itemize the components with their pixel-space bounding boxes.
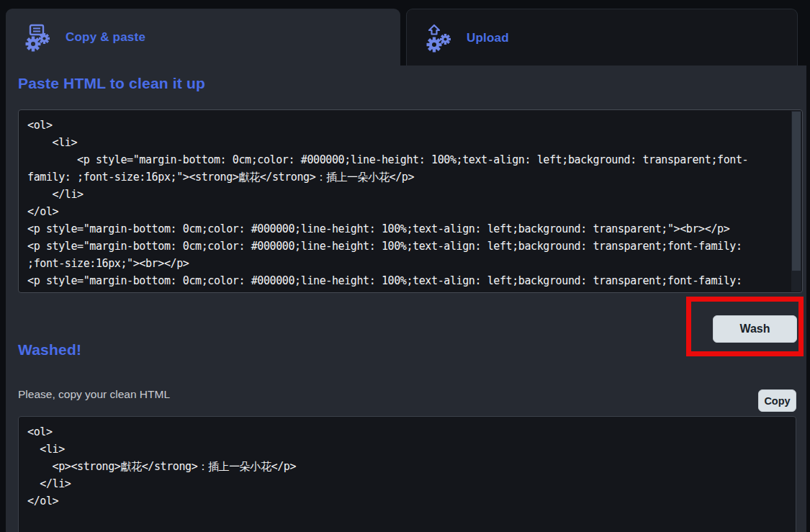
- tab-copy-paste[interactable]: Copy & paste: [6, 9, 400, 66]
- clean-html-code: <ol> <li> <p><strong>獻花</strong>：插上一朵小花<…: [19, 417, 796, 516]
- copy-button[interactable]: Copy: [758, 389, 796, 412]
- clean-html-output-textarea[interactable]: <ol> <li> <p><strong>獻花</strong>：插上一朵小花<…: [18, 416, 796, 532]
- input-textarea-scrollbar[interactable]: [791, 111, 801, 292]
- wash-button[interactable]: Wash: [713, 315, 797, 343]
- upload-gears-icon: [425, 24, 454, 53]
- main-panel: Paste HTML to clean it up <ol> <li> <p s…: [6, 66, 806, 532]
- washed-heading: Washed!: [18, 341, 81, 359]
- html-input-code: <ol> <li> <p style="margin-bottom: 0cm;c…: [19, 110, 802, 293]
- paste-html-heading: Paste HTML to clean it up: [18, 75, 205, 92]
- tab-upload[interactable]: Upload: [406, 9, 798, 66]
- copy-instruction-text: Please, copy your clean HTML: [18, 388, 170, 401]
- clipboard-gears-icon: [24, 23, 53, 52]
- tab-copy-paste-label: Copy & paste: [66, 30, 145, 45]
- tab-upload-label: Upload: [467, 31, 509, 45]
- scrollbar-thumb[interactable]: [792, 112, 801, 271]
- html-input-textarea[interactable]: <ol> <li> <p style="margin-bottom: 0cm;c…: [18, 109, 803, 293]
